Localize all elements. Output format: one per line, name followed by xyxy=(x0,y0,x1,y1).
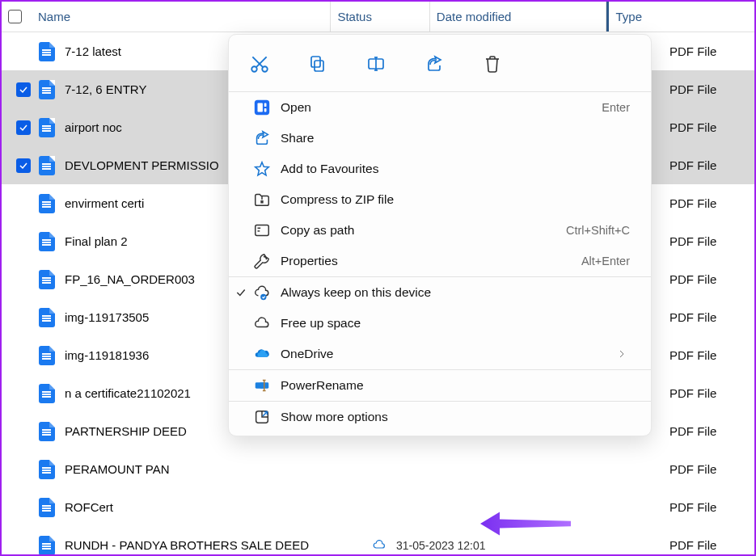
menu-properties-hint: Alt+Enter xyxy=(581,255,630,267)
zip-folder-icon xyxy=(253,191,271,208)
file-type: PDF File xyxy=(669,158,754,172)
menu-powerrename-label: PowerRename xyxy=(281,378,630,393)
svg-point-1 xyxy=(262,66,268,72)
column-date-label: Date modified xyxy=(437,10,512,23)
svg-rect-8 xyxy=(264,108,267,112)
chevron-right-icon xyxy=(617,349,627,359)
rename-icon xyxy=(366,54,386,74)
file-row[interactable]: RUNDH - PANDYA BROTHERS SALE DEED31-05-2… xyxy=(2,526,754,556)
svg-point-0 xyxy=(251,66,257,72)
pdf-file-icon xyxy=(39,536,55,555)
file-type: PDF File xyxy=(669,424,754,438)
file-type: PDF File xyxy=(669,196,754,210)
menu-compress-label: Compress to ZIP file xyxy=(281,192,630,207)
column-status[interactable]: Status xyxy=(331,2,429,32)
menu-copy-path-hint: Ctrl+Shift+C xyxy=(566,224,630,237)
check-icon xyxy=(232,287,250,298)
menu-onedrive-label: OneDrive xyxy=(281,347,630,361)
row-checkbox[interactable] xyxy=(16,424,31,439)
row-checkbox[interactable] xyxy=(16,348,31,363)
pdf-file-icon xyxy=(39,422,55,441)
cut-icon xyxy=(249,53,270,74)
row-checkbox[interactable] xyxy=(16,158,31,173)
row-checkbox[interactable] xyxy=(16,500,31,515)
powerrename-icon xyxy=(253,377,271,394)
pdf-file-icon xyxy=(39,194,55,213)
menu-share-label: Share xyxy=(281,131,630,145)
pdf-file-icon xyxy=(39,308,55,327)
file-type: PDF File xyxy=(669,82,754,96)
file-type: PDF File xyxy=(669,120,754,134)
copy-path-icon xyxy=(253,221,271,239)
row-checkbox[interactable] xyxy=(16,82,31,97)
menu-compress[interactable]: Compress to ZIP file xyxy=(229,184,651,215)
wrench-icon xyxy=(253,252,271,270)
file-type: PDF File xyxy=(669,272,754,286)
pdf-file-icon xyxy=(39,498,55,517)
menu-share[interactable]: Share xyxy=(229,123,651,154)
rename-button[interactable] xyxy=(361,49,391,78)
menu-onedrive[interactable]: OneDrive xyxy=(229,339,651,369)
svg-rect-3 xyxy=(311,57,320,67)
copy-button[interactable] xyxy=(303,49,332,78)
row-checkbox[interactable] xyxy=(16,44,31,59)
file-type: PDF File xyxy=(669,538,754,552)
row-checkbox[interactable] xyxy=(16,462,31,477)
pdf-file-icon xyxy=(39,232,55,251)
pdf-file-icon xyxy=(39,270,55,289)
menu-free-up[interactable]: Free up space xyxy=(229,308,651,339)
svg-rect-2 xyxy=(315,61,323,71)
pdf-file-icon xyxy=(39,156,55,175)
menu-open-hint: Enter xyxy=(602,101,630,114)
column-name[interactable]: Name xyxy=(2,2,331,32)
open-app-icon xyxy=(253,99,271,116)
row-checkbox[interactable] xyxy=(16,196,31,211)
menu-show-more-label: Show more options xyxy=(281,410,630,424)
file-row[interactable]: PERAMOUNT PANPDF File xyxy=(2,450,754,488)
menu-powerrename[interactable]: PowerRename xyxy=(229,370,651,401)
menu-properties-label: Properties xyxy=(281,254,581,268)
row-checkbox[interactable] xyxy=(16,538,31,553)
svg-rect-7 xyxy=(264,103,267,107)
menu-always-keep[interactable]: Always keep on this device xyxy=(229,277,651,308)
row-checkbox[interactable] xyxy=(16,386,31,401)
pdf-file-icon xyxy=(39,384,55,403)
row-checkbox[interactable] xyxy=(16,120,31,135)
file-name: ROFCert xyxy=(65,500,372,514)
select-all-checkbox[interactable] xyxy=(8,10,22,23)
menu-favourites[interactable]: Add to Favourites xyxy=(229,154,651,184)
file-row[interactable]: ROFCertPDF File xyxy=(2,488,754,526)
menu-properties[interactable]: Properties Alt+Enter xyxy=(229,246,651,276)
star-icon xyxy=(253,160,271,178)
context-toolbar xyxy=(229,35,651,91)
file-type: PDF File xyxy=(669,386,754,400)
menu-favourites-label: Add to Favourites xyxy=(281,162,630,176)
row-checkbox[interactable] xyxy=(16,310,31,325)
menu-show-more[interactable]: Show more options xyxy=(229,402,651,432)
menu-copy-path[interactable]: Copy as path Ctrl+Shift+C xyxy=(229,215,651,246)
delete-button[interactable] xyxy=(478,49,507,78)
file-date: 31-05-2023 12:01 xyxy=(396,539,517,552)
pdf-file-icon xyxy=(39,42,55,61)
file-type: PDF File xyxy=(669,462,754,476)
file-name: PERAMOUNT PAN xyxy=(65,462,372,476)
share-icon xyxy=(424,54,444,74)
cloud-sync-icon xyxy=(253,284,271,301)
copy-files-icon xyxy=(308,54,327,74)
menu-open[interactable]: Open Enter xyxy=(229,92,651,123)
column-name-label: Name xyxy=(38,10,70,23)
cut-button[interactable] xyxy=(245,49,274,78)
show-more-icon xyxy=(253,408,271,426)
cloud-icon xyxy=(253,314,271,332)
column-type-label: Type xyxy=(615,10,642,23)
menu-copy-path-label: Copy as path xyxy=(281,223,566,238)
svg-point-10 xyxy=(260,294,266,300)
column-type[interactable]: Type xyxy=(606,2,754,32)
pdf-file-icon xyxy=(39,346,55,365)
pdf-file-icon xyxy=(39,80,55,99)
column-date[interactable]: Date modified xyxy=(430,2,607,32)
share-button[interactable] xyxy=(420,49,449,78)
row-checkbox[interactable] xyxy=(16,234,31,249)
svg-rect-9 xyxy=(256,225,269,236)
row-checkbox[interactable] xyxy=(16,272,31,287)
